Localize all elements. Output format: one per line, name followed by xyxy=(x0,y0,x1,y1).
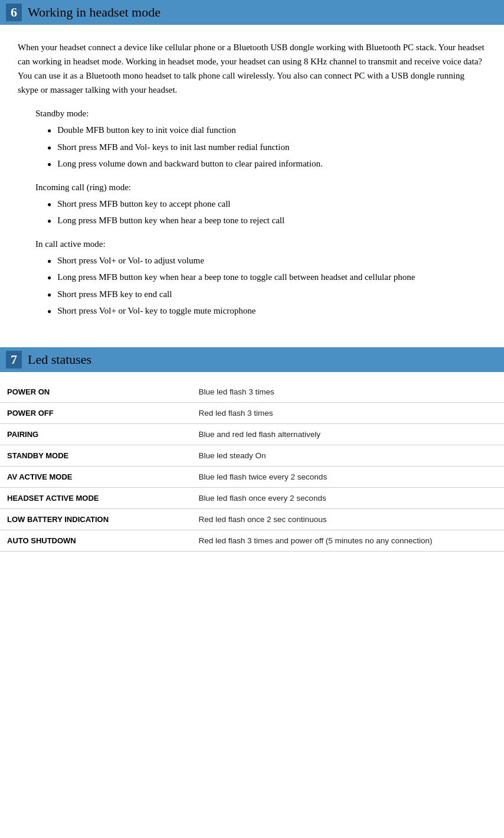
standby-bullet-1: Double MFB button key to init voice dial… xyxy=(47,123,486,137)
section6-title: Working in headset mode xyxy=(28,5,161,20)
led-table-row: AV ACTIVE MODEBlue led flash twice every… xyxy=(0,466,504,487)
incoming-section: Incoming call (ring) mode: Short press M… xyxy=(18,182,486,227)
section7-title: Led statuses xyxy=(28,352,91,367)
standby-bullet-2: Short press MFB and Vol- keys to init la… xyxy=(47,141,486,154)
incall-bullet-1: Short press Vol+ or Vol- to adjust volum… xyxy=(47,254,486,268)
standby-bullets: Double MFB button key to init voice dial… xyxy=(35,123,486,171)
incall-bullet-4: Short press Vol+ or Vol- key to toggle m… xyxy=(47,304,486,318)
led-table-row: LOW BATTERY INDICATIONRed led flash once… xyxy=(0,508,504,530)
led-status-label: AUTO SHUTDOWN xyxy=(0,530,192,551)
led-status-label: POWER ON xyxy=(0,381,192,403)
led-table-row: POWER OFFRed led flash 3 times xyxy=(0,402,504,423)
led-description: Blue and red led flash alternatively xyxy=(192,423,504,445)
incoming-bullet-2: Long press MFB button key when hear a be… xyxy=(47,214,486,227)
led-description: Red led flash once 2 sec continuous xyxy=(192,508,504,530)
led-status-label: AV ACTIVE MODE xyxy=(0,466,192,487)
incall-bullet-2: Long press MFB button key when hear a be… xyxy=(47,270,486,284)
section6-intro: When your headset connect a device like … xyxy=(18,40,486,97)
section7-header: 7 Led statuses xyxy=(0,347,504,372)
standby-section: Standby mode: Double MFB button key to i… xyxy=(18,109,486,171)
standby-title: Standby mode: xyxy=(35,109,486,119)
incall-title: In call active mode: xyxy=(35,239,486,249)
led-description: Blue led flash twice every 2 seconds xyxy=(192,466,504,487)
led-table-row: AUTO SHUTDOWNRed led flash 3 times and p… xyxy=(0,530,504,551)
standby-bullet-3: Long press volume down and backward butt… xyxy=(47,157,486,171)
section7-number: 7 xyxy=(6,351,22,369)
led-status-label: POWER OFF xyxy=(0,402,192,423)
led-table-row: HEADSET ACTIVE MODEBlue led flash once e… xyxy=(0,487,504,508)
incoming-title: Incoming call (ring) mode: xyxy=(35,182,486,193)
led-table-row: POWER ONBlue led flash 3 times xyxy=(0,381,504,403)
incoming-bullet-1: Short press MFB button key to accept pho… xyxy=(47,197,486,211)
incall-bullets: Short press Vol+ or Vol- to adjust volum… xyxy=(35,254,486,318)
led-description: Blue led flash once every 2 seconds xyxy=(192,487,504,508)
led-description: Blue led steady On xyxy=(192,445,504,466)
incall-section: In call active mode: Short press Vol+ or… xyxy=(18,239,486,318)
section6-header: 6 Working in headset mode xyxy=(0,0,504,25)
led-table-row: PAIRINGBlue and red led flash alternativ… xyxy=(0,423,504,445)
led-table: POWER ONBlue led flash 3 timesPOWER OFFR… xyxy=(0,381,504,552)
led-status-label: HEADSET ACTIVE MODE xyxy=(0,487,192,508)
led-description: Blue led flash 3 times xyxy=(192,381,504,403)
led-status-label: LOW BATTERY INDICATION xyxy=(0,508,192,530)
led-status-label: PAIRING xyxy=(0,423,192,445)
led-description: Red led flash 3 times and power off (5 m… xyxy=(192,530,504,551)
incoming-bullets: Short press MFB button key to accept pho… xyxy=(35,197,486,227)
section6-content: When your headset connect a device like … xyxy=(0,34,504,341)
led-status-label: STANDBY MODE xyxy=(0,445,192,466)
led-table-row: STANDBY MODEBlue led steady On xyxy=(0,445,504,466)
led-description: Red led flash 3 times xyxy=(192,402,504,423)
section6-number: 6 xyxy=(6,4,22,21)
incall-bullet-3: Short press MFB key to end call xyxy=(47,288,486,301)
